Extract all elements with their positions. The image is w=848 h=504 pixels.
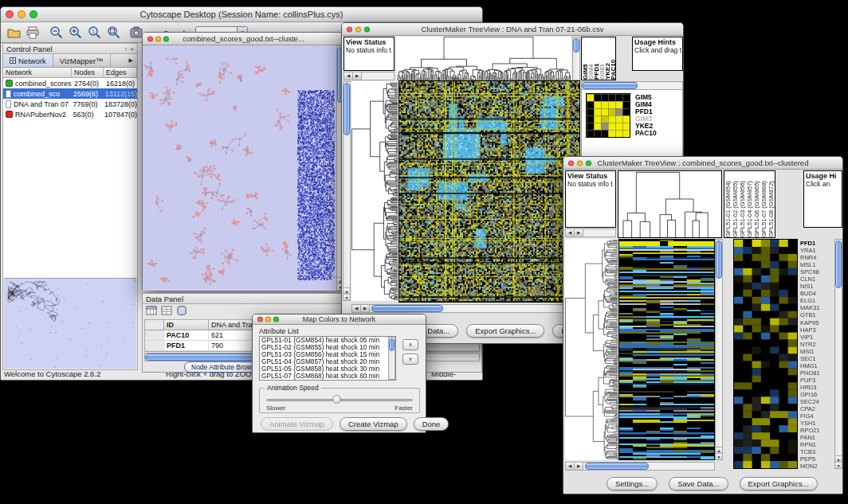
attribute-list-item[interactable]: GPL51-04 (GSM857) heat shock 20 min [260, 358, 388, 365]
animate-vizmap-button[interactable]: Animate Vizmap [261, 417, 333, 431]
open-session-icon[interactable] [6, 25, 22, 41]
gene-label[interactable]: PUF3 [800, 377, 834, 384]
zoom-button[interactable] [586, 160, 591, 166]
close-icon[interactable]: × [130, 45, 134, 53]
gene-label[interactable]: SPC98 [800, 268, 834, 275]
heatmap-canvas[interactable] [399, 81, 579, 302]
export-graphics-button[interactable]: Export Graphics... [466, 324, 544, 338]
scroll-up-icon[interactable]: ▲ [835, 455, 842, 462]
gene-label[interactable]: PEP5 [800, 455, 834, 463]
animation-speed-slider[interactable] [266, 395, 413, 404]
scrollbar-thumb[interactable] [582, 82, 638, 89]
row-dendrogram[interactable] [565, 239, 618, 460]
correlation-matrix-canvas[interactable] [587, 94, 630, 137]
column-label[interactable]: GPL51-07 (GSM868) [760, 173, 768, 237]
gene-label[interactable]: YSH1 [800, 420, 834, 427]
tab-overflow-button[interactable]: ▶ [125, 54, 137, 67]
gene-label[interactable]: ELG1 [800, 297, 834, 304]
slider-thumb[interactable] [332, 395, 341, 404]
network-view-title-bar[interactable]: combined_scores_good.txt--cluste... [143, 33, 344, 45]
zoom-out-icon[interactable] [49, 25, 65, 41]
close-button[interactable] [6, 10, 14, 18]
view-status-scrollbar[interactable]: ◀ ▶ [344, 72, 395, 80]
column-label[interactable]: GPL51-01 (GSM854) [724, 173, 732, 237]
network-list-row[interactable]: combined_scores2764(0)16218(0) [3, 78, 137, 88]
attribute-list-item[interactable]: GPL51-02 (GSM855) heat shock 10 min [260, 344, 388, 351]
zoom-fit-icon[interactable] [106, 25, 122, 41]
scroll-down-icon[interactable]: ▼ [716, 453, 722, 459]
gene-label[interactable]: GPI16 [800, 391, 834, 398]
scrollbar-thumb[interactable] [344, 83, 350, 135]
scroll-right-icon[interactable]: ▶ [575, 229, 583, 236]
main-title-bar[interactable]: Cytoscape Desktop (Session Name: collins… [1, 7, 482, 22]
settings-button[interactable]: Settings... [607, 477, 658, 490]
done-button[interactable]: Done [414, 417, 450, 431]
scroll-down-icon[interactable]: ▼ [344, 294, 350, 300]
column-label[interactable]: GPL51-08 (GSM872) [768, 173, 775, 237]
network-list-row[interactable]: combined_sco2569(6)13112(15) [3, 88, 137, 99]
column-dendrogram[interactable] [396, 37, 571, 80]
print-icon[interactable] [25, 25, 41, 41]
gene-label[interactable]: HAP3 [800, 326, 834, 334]
gene-label[interactable]: PAN1 [800, 434, 834, 441]
move-up-button[interactable]: ∧ [402, 339, 418, 350]
network-overview-thumbnail[interactable] [4, 278, 136, 369]
row-label[interactable]: PAC10 [635, 130, 657, 137]
gene-label[interactable]: TCB3 [800, 448, 834, 455]
zoom-button[interactable] [364, 26, 370, 32]
column-label[interactable]: YKE2 [604, 39, 610, 80]
heatmap-vertical-scrollbar[interactable]: ▲ ▼ [715, 239, 723, 460]
list-scrollbar[interactable] [388, 337, 395, 380]
gene-label[interactable]: MON2 [800, 463, 834, 470]
column-label[interactable]: PFD1 [593, 39, 599, 80]
minimize-button[interactable] [577, 160, 583, 166]
network-list-row[interactable]: DNA and Tran 077769(0)183728(0) [3, 99, 137, 109]
gene-label[interactable]: CPA2 [800, 405, 834, 412]
attribute-list-item[interactable]: GPL51-07 (GSM868) heat shock 60 min [260, 373, 388, 380]
gene-label[interactable]: NTR2 [800, 341, 834, 348]
minimize-button[interactable] [355, 26, 361, 32]
gene-label[interactable]: VIP1 [800, 334, 834, 341]
column-label[interactable]: GIM3 [599, 39, 604, 80]
gene-label[interactable]: BUD4 [800, 290, 834, 297]
scrollbar-thumb[interactable] [716, 240, 722, 279]
column-label[interactable]: GIM5 [582, 39, 587, 80]
attribute-list-item[interactable]: GPL51-03 (GSM856) heat shock 15 min [260, 351, 388, 358]
scrollbar-thumb[interactable] [585, 463, 649, 470]
zoom-button[interactable] [29, 10, 37, 18]
gene-label[interactable]: MAK31 [800, 304, 834, 311]
tab-vizmapper[interactable]: VizMapper™ [53, 54, 111, 67]
export-graphics-button[interactable]: Export Graphics... [740, 477, 818, 490]
zoom-in-icon[interactable] [68, 25, 84, 41]
gene-label[interactable]: FIG4 [800, 412, 834, 420]
scroll-right-icon[interactable]: ▶ [575, 463, 583, 470]
row-scrollbar[interactable]: ▲ ▼ [343, 81, 351, 301]
scrollbar-thumb[interactable] [371, 305, 443, 312]
scroll-down-icon[interactable]: ▼ [835, 462, 842, 468]
close-button[interactable] [347, 26, 352, 32]
gene-label[interactable]: PHO81 [800, 369, 834, 377]
column-header-network[interactable]: Network [3, 68, 72, 77]
gene-label[interactable]: CLN1 [800, 275, 834, 283]
gene-label[interactable]: RPN1 [800, 441, 834, 448]
column-label[interactable]: GPL51-06 (GSM865) [753, 173, 760, 237]
heatmap-canvas[interactable] [619, 240, 714, 459]
scrollbar-thumb[interactable] [389, 338, 395, 351]
gene-label[interactable]: MSI1 [800, 348, 834, 355]
scroll-right-icon[interactable]: ▶ [353, 72, 362, 80]
close-button[interactable] [257, 317, 263, 322]
scroll-right-icon[interactable]: ▶ [361, 305, 370, 312]
attribute-database-icon[interactable] [176, 305, 187, 319]
expression-heatmap-canvas[interactable] [734, 240, 797, 468]
column-header-id[interactable]: ID [164, 320, 209, 330]
detail-scrollbar[interactable] [581, 81, 683, 90]
tab-network[interactable]: Network [3, 54, 53, 67]
gene-label[interactable]: SEC24 [800, 398, 834, 405]
scroll-left-icon[interactable]: ◀ [566, 463, 575, 470]
column-dendrogram-scrollbar[interactable] [572, 37, 580, 80]
minimize-button[interactable] [155, 36, 161, 41]
gene-label[interactable]: NIS1 [800, 283, 834, 290]
scroll-up-icon[interactable]: ▲ [716, 447, 722, 453]
gene-label[interactable]: SEC1 [800, 355, 834, 362]
attribute-table-icon[interactable] [161, 305, 172, 319]
